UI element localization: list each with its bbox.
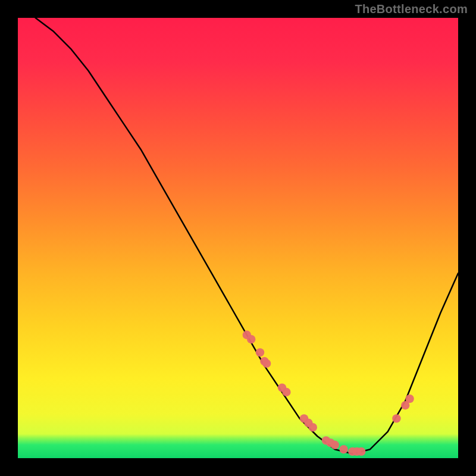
gradient-background	[18, 18, 458, 458]
data-point	[405, 394, 414, 403]
data-point	[247, 335, 255, 343]
data-point	[262, 359, 271, 368]
watermark-text: TheBottleneck.com	[355, 2, 468, 16]
data-point	[309, 423, 317, 431]
data-point	[392, 414, 400, 422]
data-point	[357, 447, 365, 456]
data-point	[282, 388, 290, 396]
chart-svg	[18, 18, 458, 458]
data-point	[331, 441, 339, 449]
plot-area	[18, 18, 458, 458]
data-point	[339, 445, 347, 453]
data-point	[256, 348, 264, 356]
chart-frame: TheBottleneck.com	[0, 0, 476, 476]
